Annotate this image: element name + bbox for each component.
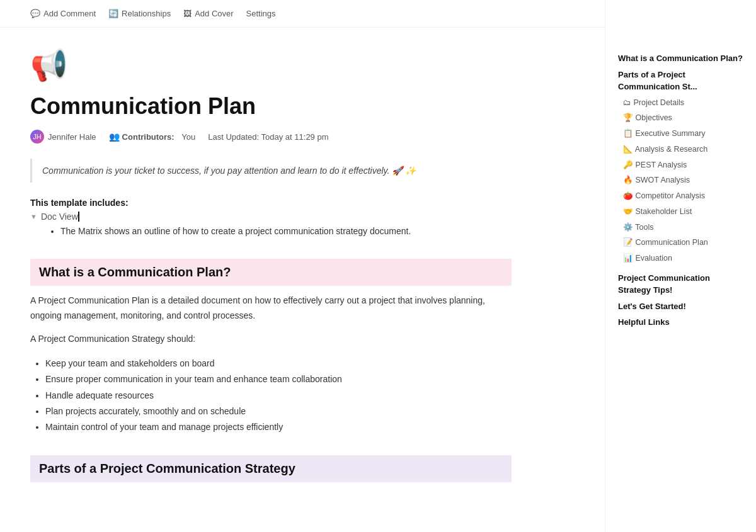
- toolbar: 💬 Add Comment 🔄 Relationships 🖼 Add Cove…: [0, 0, 605, 28]
- list-item: Maintain control of your team and manage…: [45, 419, 512, 435]
- avatar: JH: [30, 130, 44, 144]
- toc-item-get-started[interactable]: Let's Get Started!: [616, 298, 746, 315]
- add-comment-button[interactable]: 💬 Add Comment: [30, 9, 96, 18]
- last-updated-value: Today at 11:29 pm: [261, 132, 329, 142]
- list-item: The Matrix shows an outline of how to cr…: [60, 224, 512, 238]
- relationships-icon: 🔄: [108, 9, 118, 18]
- section2-heading: Parts of a Project Communication Strateg…: [30, 455, 512, 482]
- toc-item-competitor-analysis[interactable]: 🍅 Competitor Analysis: [616, 188, 746, 204]
- section1-list: Keep your team and stakeholders on board…: [30, 356, 512, 435]
- toc-item-comm-plan[interactable]: 📝 Communication Plan: [616, 235, 746, 251]
- chevron-down-icon: ▼: [30, 213, 37, 220]
- last-updated-label: Last Updated:: [208, 132, 259, 142]
- settings-button[interactable]: Settings: [246, 9, 276, 18]
- add-cover-button[interactable]: 🖼 Add Cover: [183, 9, 233, 18]
- main-content: 💬 Add Comment 🔄 Relationships 🖼 Add Cove…: [0, 0, 605, 532]
- toc-item-pest-analysis[interactable]: 🔑 PEST Analysis: [616, 157, 746, 173]
- toc-item-parts[interactable]: Parts of a Project Communication St...: [616, 67, 746, 95]
- toc-item-strategy-tips[interactable]: Project Communication Strategy Tips!: [616, 270, 746, 298]
- toc-item-communication-plan[interactable]: What is a Communication Plan?: [616, 50, 746, 67]
- doc-view-toggle[interactable]: ▼ Doc View: [30, 212, 512, 222]
- template-list: The Matrix shows an outline of how to cr…: [30, 224, 512, 238]
- page-emoji: 📢: [30, 48, 512, 83]
- contributors-icon: 👥: [109, 132, 120, 142]
- list-item: Handle adequate resources: [45, 388, 512, 404]
- toc-sidebar: What is a Communication Plan? Parts of a…: [605, 0, 756, 532]
- comment-icon: 💬: [30, 9, 40, 18]
- template-includes: This template includes: ▼ Doc View The M…: [30, 198, 512, 238]
- last-updated: Last Updated: Today at 11:29 pm: [208, 132, 328, 142]
- list-item: Ensure proper communication in your team…: [45, 371, 512, 387]
- toc-item-project-details[interactable]: 🗂 Project Details: [616, 95, 746, 111]
- list-item: Plan projects accurately, smoothly and o…: [45, 404, 512, 419]
- page-title: Communication Plan: [30, 93, 512, 120]
- toc-item-executive-summary[interactable]: 📋 Executive Summary: [616, 126, 746, 142]
- toc-item-objectives[interactable]: 🏆 Objectives: [616, 110, 746, 126]
- template-includes-label: This template includes:: [30, 198, 129, 208]
- contributors-value: You: [181, 132, 195, 142]
- section1-heading: What is a Communication Plan?: [30, 259, 512, 286]
- image-icon: 🖼: [183, 9, 192, 18]
- page-body: 📢 Communication Plan JH Jennifer Hale 👥 …: [0, 28, 542, 515]
- toc-item-evaluation[interactable]: 📊 Evaluation: [616, 251, 746, 266]
- contributors-label: Contributors:: [122, 132, 175, 142]
- page-meta: JH Jennifer Hale 👥 Contributors: You Las…: [30, 130, 512, 144]
- list-item: Keep your team and stakeholders on board: [45, 356, 512, 371]
- toc-item-helpful-links[interactable]: Helpful Links: [616, 314, 746, 331]
- doc-view-label: Doc View: [41, 212, 79, 222]
- toc-item-tools[interactable]: ⚙️ Tools: [616, 220, 746, 235]
- toc-item-stakeholder-list[interactable]: 🤝 Stakeholder List: [616, 204, 746, 220]
- toc-item-swot-analysis[interactable]: 🔥 SWOT Analysis: [616, 173, 746, 188]
- toc-item-analysis-research[interactable]: 📐 Analysis & Research: [616, 142, 746, 157]
- contributors-info: 👥 Contributors: You: [109, 132, 196, 142]
- section1-strategy-label: A Project Communication Strategy should:: [30, 332, 512, 347]
- author-info: JH Jennifer Hale: [30, 130, 96, 144]
- author-name: Jennifer Hale: [48, 132, 96, 142]
- page-quote: Communication is your ticket to success,…: [30, 159, 512, 183]
- section1-para1: A Project Communication Plan is a detail…: [30, 293, 512, 324]
- relationships-button[interactable]: 🔄 Relationships: [108, 9, 171, 18]
